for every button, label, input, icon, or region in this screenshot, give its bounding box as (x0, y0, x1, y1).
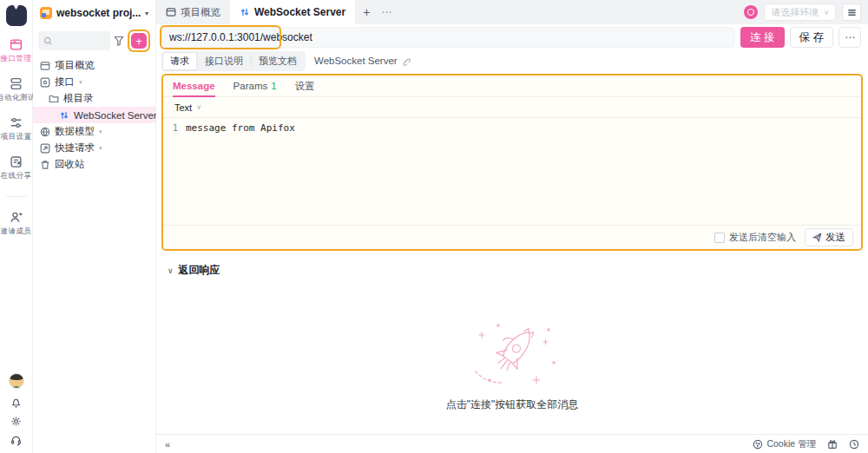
tab-settings[interactable]: 设置 (295, 76, 315, 96)
rail-item-project-settings[interactable]: 项目设置 (1, 116, 32, 142)
help-headset-icon[interactable] (10, 435, 22, 446)
chevron-down-icon: ∨ (168, 266, 174, 275)
tab-params[interactable]: Params 1 (233, 76, 277, 96)
chevron-down-icon: ∨ (824, 9, 829, 16)
sidebar-collapse-icon[interactable]: « (165, 439, 170, 450)
message-editor[interactable]: 1 message from Apifox (163, 118, 861, 135)
tab-project-overview[interactable]: 项目概览 (156, 0, 230, 24)
settings-gear-icon[interactable] (10, 416, 22, 427)
tree-item-project-overview[interactable]: 项目概览 (33, 57, 155, 74)
tab-label: Params (233, 81, 268, 91)
websocket-url-input[interactable] (161, 27, 735, 48)
tab-label: Message (173, 81, 215, 91)
rail-item-automation[interactable]: 自动化测试 (0, 77, 36, 103)
rail-item-api-management[interactable]: 接口管理 (1, 38, 32, 64)
tree-item-data-models[interactable]: 数据模型 ▾ (33, 123, 155, 140)
rail-item-label: 接口管理 (1, 54, 32, 64)
invite-member-icon (10, 211, 23, 224)
search-input[interactable] (38, 31, 110, 50)
api-management-icon (10, 38, 23, 51)
response-section-header[interactable]: ∨ 返回响应 (168, 263, 868, 278)
tab-message[interactable]: Message (173, 76, 215, 97)
project-tree: 项目概览 接口 ▾ 根目录 WebSocket Server 数据模型 ▾ (33, 57, 155, 173)
sidebar-panel: websocket proj... ▾ + 项目概览 接口 ▾ (33, 0, 156, 453)
trash-icon (40, 160, 50, 170)
tree-item-label: 快捷请求 (55, 141, 95, 154)
project-settings-icon (10, 116, 23, 129)
tree-item-quick-request[interactable]: 快捷请求 ▾ (33, 140, 155, 156)
tab-overflow-button[interactable]: ⋯ (378, 0, 396, 24)
response-empty-state: 点击"连接"按钮获取全部消息 (156, 318, 868, 412)
line-number: 1 (163, 121, 186, 135)
view-tab-preview[interactable]: 预览文档 (251, 52, 305, 70)
overview-icon (40, 61, 50, 71)
tree-item-trash[interactable]: 回收站 (33, 156, 155, 173)
url-toolbar: 连 接 保 存 ⋯ (156, 24, 868, 50)
websocket-icon (240, 7, 250, 17)
clear-after-send-label: 发送后清空输入 (729, 231, 796, 244)
url-input-wrap (161, 27, 735, 48)
link-icon[interactable] (401, 56, 411, 66)
cookie-manager-button[interactable]: Cookie 管理 (753, 438, 816, 450)
more-actions-button[interactable]: ⋯ (838, 27, 861, 48)
tree-item-interfaces[interactable]: 接口 ▾ (33, 74, 155, 90)
gift-icon[interactable] (827, 439, 838, 450)
message-type-value: Text (174, 102, 192, 113)
tab-label: 设置 (295, 80, 315, 93)
interfaces-icon (40, 77, 50, 88)
tree-item-label: 回收站 (55, 158, 85, 171)
view-segmented-control: 请求 接口说明 预览文档 (161, 51, 306, 71)
status-bar-right: Cookie 管理 (753, 438, 859, 450)
project-switcher[interactable]: websocket proj... ▾ (33, 4, 155, 22)
tree-item-websocket-server[interactable]: WebSocket Server (33, 107, 155, 123)
add-new-button[interactable]: + (131, 33, 147, 49)
connect-button[interactable]: 连 接 (740, 27, 784, 48)
caret-icon: ▾ (79, 79, 82, 86)
tree-item-label: 项目概览 (55, 59, 95, 72)
automation-test-icon (10, 77, 23, 90)
message-panel-footer: 发送后清空输入 发送 (163, 225, 861, 249)
project-icon (40, 7, 52, 19)
rail-item-label: 项目设置 (1, 132, 32, 142)
clear-after-send-option[interactable]: 发送后清空输入 (714, 231, 796, 244)
tree-item-root-folder[interactable]: 根目录 (33, 90, 155, 107)
tree-item-label: WebSocket Server (74, 110, 157, 121)
status-bar: « Cookie 管理 (156, 434, 868, 453)
rail-item-online-share[interactable]: 在线分享 (1, 155, 32, 181)
params-count-badge: 1 (271, 81, 276, 91)
caret-icon: ▾ (99, 128, 102, 135)
message-type-select[interactable]: Text ∨ (163, 97, 861, 118)
environment-select[interactable]: 请选择环境 ∨ (764, 3, 836, 21)
tab-websocket-server[interactable]: WebSocket Server (230, 0, 355, 24)
tree-item-label: 数据模型 (55, 125, 95, 138)
empty-state-hint: 点击"连接"按钮获取全部消息 (446, 397, 579, 412)
view-tab-request[interactable]: 请求 (162, 52, 197, 70)
view-tab-docs[interactable]: 接口说明 (197, 52, 251, 70)
rocket-illustration (460, 318, 564, 392)
search-icon (43, 36, 53, 46)
filter-icon[interactable] (114, 36, 124, 46)
quick-request-icon (40, 143, 50, 154)
user-avatar[interactable] (9, 373, 24, 389)
new-tab-button[interactable]: + (355, 0, 378, 24)
chevron-down-icon: ∨ (196, 103, 201, 111)
history-clock-icon[interactable] (849, 439, 859, 450)
rail-item-label: 邀请成员 (1, 226, 32, 237)
editor-empty-space[interactable] (163, 135, 861, 225)
save-button[interactable]: 保 存 (790, 27, 833, 48)
account-avatar[interactable] (744, 5, 758, 19)
tab-label: WebSocket Server (254, 6, 345, 18)
rail-divider (6, 196, 27, 197)
rail-item-label: 自动化测试 (0, 93, 36, 103)
rail-item-invite-member[interactable]: 邀请成员 (1, 211, 32, 237)
tree-item-label: 根目录 (63, 92, 94, 105)
apifox-logo[interactable] (6, 5, 27, 26)
notifications-bell-icon[interactable] (10, 397, 22, 408)
online-share-icon (10, 155, 23, 168)
project-name: websocket proj... (56, 7, 141, 19)
websocket-icon (59, 110, 69, 121)
clear-after-send-checkbox[interactable] (714, 233, 725, 243)
editor-content: message from Apifox (186, 121, 295, 135)
layout-menu-button[interactable] (842, 3, 861, 21)
send-button[interactable]: 发送 (805, 228, 853, 246)
